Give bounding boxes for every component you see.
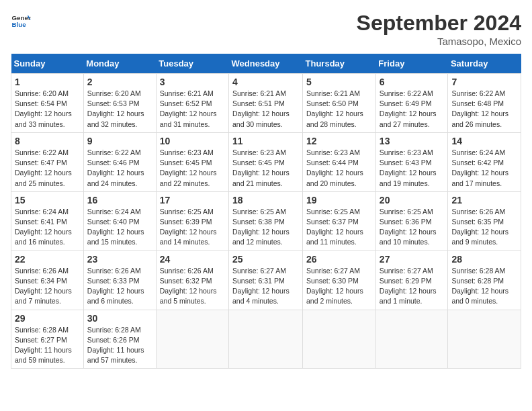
day-info: Sunrise: 6:25 AMSunset: 6:37 PMDaylight:… (306, 208, 363, 246)
day-info: Sunrise: 6:23 AMSunset: 6:45 PMDaylight:… (232, 148, 290, 187)
day-info: Sunrise: 6:21 AMSunset: 6:50 PMDaylight:… (306, 89, 363, 128)
day-number: 24 (160, 254, 225, 265)
calendar-week-5: 29Sunrise: 6:28 AMSunset: 6:27 PMDayligh… (11, 310, 521, 369)
day-number: 30 (87, 313, 152, 324)
title-block: September 2024 Tamasopo, Mexico (357, 11, 521, 47)
day-number: 28 (451, 254, 517, 265)
calendar-cell: 30Sunrise: 6:28 AMSunset: 6:26 PMDayligh… (83, 310, 156, 369)
day-info: Sunrise: 6:21 AMSunset: 6:52 PMDaylight:… (160, 89, 217, 128)
day-info: Sunrise: 6:25 AMSunset: 6:38 PMDaylight:… (232, 208, 290, 246)
calendar-cell: 10Sunrise: 6:23 AMSunset: 6:45 PMDayligh… (156, 132, 228, 191)
day-number: 6 (380, 77, 445, 87)
calendar-cell: 15Sunrise: 6:24 AMSunset: 6:41 PMDayligh… (11, 191, 84, 250)
calendar-cell: 12Sunrise: 6:23 AMSunset: 6:44 PMDayligh… (303, 132, 376, 191)
calendar-cell: 27Sunrise: 6:27 AMSunset: 6:29 PMDayligh… (375, 250, 448, 310)
day-number: 3 (160, 77, 225, 87)
header-saturday: Saturday (448, 54, 521, 74)
calendar-table: SundayMondayTuesdayWednesdayThursdayFrid… (11, 54, 521, 369)
calendar-cell: 24Sunrise: 6:26 AMSunset: 6:32 PMDayligh… (156, 250, 228, 310)
day-number: 27 (380, 254, 445, 265)
day-info: Sunrise: 6:25 AMSunset: 6:36 PMDaylight:… (380, 208, 437, 246)
svg-text:Blue: Blue (12, 21, 27, 28)
calendar-cell: 8Sunrise: 6:22 AMSunset: 6:47 PMDaylight… (11, 132, 84, 191)
day-info: Sunrise: 6:27 AMSunset: 6:29 PMDaylight:… (380, 267, 437, 306)
day-number: 7 (451, 77, 517, 87)
day-number: 23 (87, 254, 152, 265)
day-number: 11 (232, 136, 299, 146)
day-info: Sunrise: 6:22 AMSunset: 6:47 PMDaylight:… (15, 148, 72, 187)
day-number: 13 (380, 136, 445, 146)
day-info: Sunrise: 6:25 AMSunset: 6:39 PMDaylight:… (160, 208, 217, 246)
calendar-cell: 2Sunrise: 6:20 AMSunset: 6:53 PMDaylight… (83, 74, 156, 133)
day-number: 25 (232, 254, 299, 265)
calendar-cell: 21Sunrise: 6:26 AMSunset: 6:35 PMDayligh… (448, 191, 521, 250)
calendar-cell: 3Sunrise: 6:21 AMSunset: 6:52 PMDaylight… (156, 74, 228, 133)
calendar-cell: 4Sunrise: 6:21 AMSunset: 6:51 PMDaylight… (229, 74, 303, 133)
day-info: Sunrise: 6:24 AMSunset: 6:40 PMDaylight:… (87, 208, 144, 246)
header-friday: Friday (375, 54, 448, 74)
calendar-cell (375, 310, 448, 369)
day-number: 2 (87, 77, 152, 87)
day-number: 8 (15, 136, 80, 146)
header-thursday: Thursday (303, 54, 376, 74)
calendar-cell: 9Sunrise: 6:22 AMSunset: 6:46 PMDaylight… (83, 132, 156, 191)
calendar-week-1: 1Sunrise: 6:20 AMSunset: 6:54 PMDaylight… (11, 74, 521, 133)
day-number: 10 (160, 136, 225, 146)
calendar-header-row: SundayMondayTuesdayWednesdayThursdayFrid… (11, 54, 521, 74)
day-info: Sunrise: 6:28 AMSunset: 6:28 PMDaylight:… (451, 267, 508, 306)
day-info: Sunrise: 6:24 AMSunset: 6:41 PMDaylight:… (15, 208, 72, 246)
calendar-cell: 1Sunrise: 6:20 AMSunset: 6:54 PMDaylight… (11, 74, 84, 133)
calendar-cell: 28Sunrise: 6:28 AMSunset: 6:28 PMDayligh… (448, 250, 521, 310)
day-number: 15 (15, 195, 80, 205)
day-number: 18 (232, 195, 299, 205)
calendar-week-2: 8Sunrise: 6:22 AMSunset: 6:47 PMDaylight… (11, 132, 521, 191)
day-number: 29 (15, 313, 80, 324)
day-info: Sunrise: 6:26 AMSunset: 6:33 PMDaylight:… (87, 267, 144, 306)
day-number: 1 (15, 77, 80, 87)
day-number: 12 (306, 136, 372, 146)
day-info: Sunrise: 6:20 AMSunset: 6:53 PMDaylight:… (87, 89, 144, 128)
calendar-cell: 29Sunrise: 6:28 AMSunset: 6:27 PMDayligh… (11, 310, 84, 369)
calendar-cell: 16Sunrise: 6:24 AMSunset: 6:40 PMDayligh… (83, 191, 156, 250)
day-number: 4 (232, 77, 299, 87)
calendar-cell: 6Sunrise: 6:22 AMSunset: 6:49 PMDaylight… (375, 74, 448, 133)
calendar-cell: 5Sunrise: 6:21 AMSunset: 6:50 PMDaylight… (303, 74, 376, 133)
calendar-week-4: 22Sunrise: 6:26 AMSunset: 6:34 PMDayligh… (11, 250, 521, 310)
day-info: Sunrise: 6:28 AMSunset: 6:27 PMDaylight:… (15, 326, 72, 365)
day-number: 5 (306, 77, 372, 87)
calendar-cell (156, 310, 228, 369)
day-number: 19 (306, 195, 372, 205)
header-wednesday: Wednesday (229, 54, 303, 74)
calendar-cell (303, 310, 376, 369)
calendar-cell: 26Sunrise: 6:27 AMSunset: 6:30 PMDayligh… (303, 250, 376, 310)
calendar-week-3: 15Sunrise: 6:24 AMSunset: 6:41 PMDayligh… (11, 191, 521, 250)
day-number: 22 (15, 254, 80, 265)
calendar-cell (448, 310, 521, 369)
day-number: 26 (306, 254, 372, 265)
calendar-cell: 22Sunrise: 6:26 AMSunset: 6:34 PMDayligh… (11, 250, 84, 310)
calendar-cell: 13Sunrise: 6:23 AMSunset: 6:43 PMDayligh… (375, 132, 448, 191)
location: Tamasopo, Mexico (357, 36, 521, 47)
header-tuesday: Tuesday (156, 54, 228, 74)
day-info: Sunrise: 6:23 AMSunset: 6:44 PMDaylight:… (306, 148, 363, 187)
day-info: Sunrise: 6:20 AMSunset: 6:54 PMDaylight:… (15, 89, 72, 128)
day-number: 21 (451, 195, 517, 205)
day-info: Sunrise: 6:28 AMSunset: 6:26 PMDaylight:… (87, 326, 144, 365)
day-number: 14 (451, 136, 517, 146)
day-info: Sunrise: 6:26 AMSunset: 6:35 PMDaylight:… (451, 208, 508, 246)
day-info: Sunrise: 6:27 AMSunset: 6:30 PMDaylight:… (306, 267, 363, 306)
day-number: 9 (87, 136, 152, 146)
calendar-cell: 14Sunrise: 6:24 AMSunset: 6:42 PMDayligh… (448, 132, 521, 191)
day-info: Sunrise: 6:22 AMSunset: 6:46 PMDaylight:… (87, 148, 144, 187)
day-number: 20 (380, 195, 445, 205)
day-info: Sunrise: 6:22 AMSunset: 6:48 PMDaylight:… (451, 89, 508, 128)
day-info: Sunrise: 6:23 AMSunset: 6:45 PMDaylight:… (160, 148, 217, 187)
day-number: 17 (160, 195, 225, 205)
day-info: Sunrise: 6:21 AMSunset: 6:51 PMDaylight:… (232, 89, 290, 128)
calendar-cell: 7Sunrise: 6:22 AMSunset: 6:48 PMDaylight… (448, 74, 521, 133)
day-number: 16 (87, 195, 152, 205)
calendar-cell: 23Sunrise: 6:26 AMSunset: 6:33 PMDayligh… (83, 250, 156, 310)
page-header: General Blue September 2024 Tamasopo, Me… (11, 11, 521, 47)
day-info: Sunrise: 6:24 AMSunset: 6:42 PMDaylight:… (451, 148, 508, 187)
day-info: Sunrise: 6:26 AMSunset: 6:32 PMDaylight:… (160, 267, 217, 306)
